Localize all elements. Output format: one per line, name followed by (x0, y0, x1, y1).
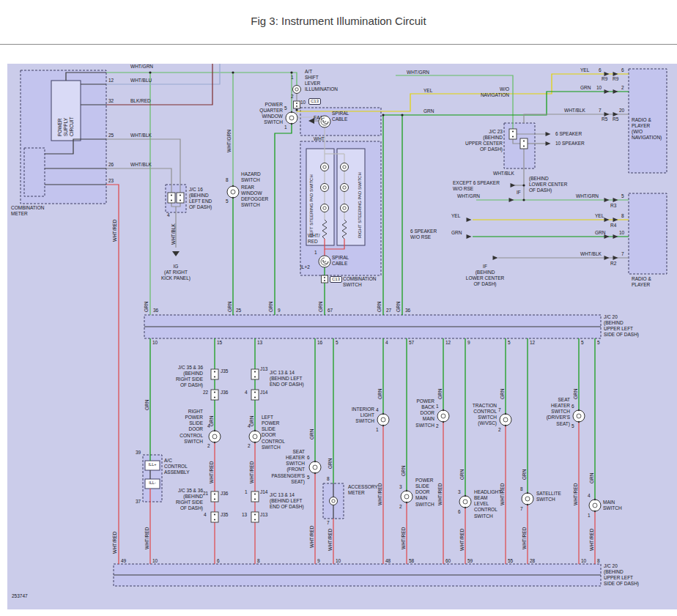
connector-arrow-icon (604, 89, 610, 94)
connector-arrow-icon (613, 72, 618, 76)
connector-symbol (211, 390, 218, 400)
ill-plus-box (145, 461, 160, 470)
switch-symbol (459, 495, 471, 508)
connector-arrow-icon (613, 112, 618, 116)
right-pad-box (337, 149, 365, 245)
connector-symbol (211, 491, 218, 502)
lamp-icon (321, 163, 329, 171)
junction-dot (382, 114, 384, 116)
connector-arrow-icon (613, 234, 618, 239)
connector-arrow-icon (511, 183, 516, 188)
wire-wgrn-27 (396, 75, 513, 129)
diagram-canvas (0, 0, 677, 616)
spiral-cable-symbol (319, 116, 330, 127)
jc23-box (504, 123, 535, 168)
connector-symbol (177, 193, 184, 203)
lamp-icon (321, 184, 329, 192)
connector-arrow-icon (613, 89, 618, 94)
junction-dot (522, 184, 525, 186)
inline-connector-symbol (294, 101, 300, 108)
wire-grn-28 (383, 92, 629, 115)
switch-symbol (209, 430, 221, 443)
switch-symbol (573, 409, 585, 423)
connector-symbol (251, 512, 259, 522)
wire-wgrn-11 (106, 73, 297, 85)
wiring-diagram-page: { "title": "Fig 3: Instrument Illuminati… (0, 0, 677, 616)
wire-red-47 (106, 185, 119, 564)
connector-arrow-icon (604, 218, 610, 222)
junction-dot (295, 108, 297, 111)
power-supply-circuit-box (51, 81, 81, 141)
switch-symbol (286, 111, 297, 125)
ground-icon (172, 251, 180, 256)
left-pad-box (306, 149, 334, 245)
connector-arrow-icon (493, 256, 498, 260)
connector-arrow-icon (467, 234, 472, 239)
lamp-icon (321, 204, 329, 212)
connector-arrow-icon (546, 141, 551, 146)
junction-dot (522, 198, 525, 201)
connector-symbol (509, 129, 517, 139)
connector-arrow-icon (613, 198, 618, 202)
connector-symbol (211, 512, 218, 522)
connector-symbol (251, 390, 259, 400)
junction-dot (290, 71, 292, 73)
connector-arrow-icon (604, 112, 610, 116)
connector-arrow-icon (613, 218, 618, 222)
switch-symbol (589, 499, 601, 512)
lamp-icon (341, 204, 349, 212)
switch-symbol (377, 413, 389, 426)
switch-symbol (309, 461, 321, 474)
connector-arrow-icon (604, 234, 610, 239)
inline-connector-symbol (322, 275, 328, 283)
switch-symbol (500, 413, 511, 426)
connector-symbol (251, 491, 259, 502)
connector-symbol (168, 193, 175, 203)
radio1-box (629, 69, 667, 173)
connector-arrow-icon (604, 256, 610, 260)
connector-arrow-icon (604, 198, 610, 202)
connector-arrow-icon (613, 256, 618, 260)
connector-symbol (211, 369, 218, 379)
switch-symbol (227, 185, 239, 198)
junction-dot (149, 71, 151, 73)
wire-blu-41 (106, 64, 220, 84)
wire-grn-16 (275, 124, 292, 315)
connector-arrow-icon (604, 72, 610, 76)
spiral-cable-symbol (319, 256, 330, 267)
switch-symbol (437, 409, 449, 423)
wire-yel-19 (297, 74, 629, 111)
switch-symbol (401, 490, 413, 503)
lamp-icon (293, 86, 301, 94)
switch-symbol (522, 492, 533, 505)
lamp-icon (341, 163, 349, 171)
connector-symbol (251, 369, 259, 379)
connector-arrow-icon (546, 132, 551, 136)
ill-minus-box (145, 479, 160, 489)
lamp-icon (341, 184, 349, 192)
wire-gry-44 (106, 168, 171, 193)
switch-symbol (249, 430, 261, 443)
lamp-icon (330, 497, 338, 505)
connector-arrow-icon (509, 198, 514, 202)
connector-symbol (520, 138, 528, 149)
radio2-box (629, 193, 667, 274)
connector-arrow-icon (467, 218, 472, 222)
junction-dot (401, 114, 403, 116)
junction-dot (232, 71, 234, 73)
